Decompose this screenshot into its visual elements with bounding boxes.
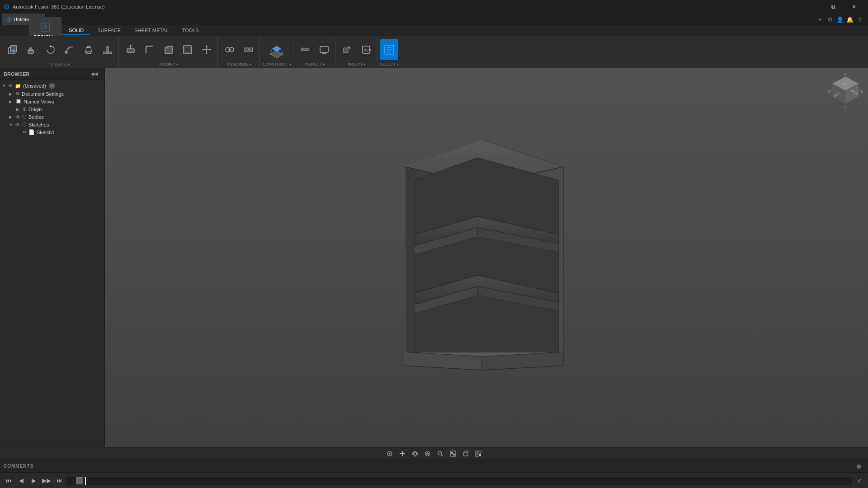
svg-marker-39: [272, 46, 281, 52]
joint-button[interactable]: [221, 39, 239, 60]
look-at-button[interactable]: [422, 448, 433, 459]
svg-rect-89: [402, 451, 403, 456]
select-button[interactable]: [380, 39, 398, 60]
svg-marker-28: [206, 45, 208, 47]
extrude-button[interactable]: [23, 39, 41, 60]
timeline-start-button[interactable]: ⏮: [4, 476, 14, 486]
timeline-fullscreen-button[interactable]: ⤢: [854, 476, 864, 486]
inspect-label: INSPECT ▾: [304, 62, 325, 66]
wireframe-button[interactable]: [460, 448, 471, 459]
insert-buttons: SVG: [338, 38, 375, 61]
tree-arrow-sketches: ▼: [9, 122, 14, 127]
timeline-end-button[interactable]: ⏭: [54, 476, 64, 486]
tree-icon-sketch1-pencil: ✏: [23, 129, 27, 135]
tree-arrow-named-views: ▶: [9, 99, 14, 104]
press-pull-button[interactable]: [122, 39, 140, 60]
rigid-group-button[interactable]: [240, 39, 258, 60]
sweep-button[interactable]: [61, 39, 79, 60]
svg-rect-104: [476, 451, 478, 453]
browser-header: BROWSER ◀◀: [0, 68, 104, 80]
chamfer-button[interactable]: [160, 39, 178, 60]
tree-item-origin[interactable]: ▶ ⊕ Origin: [0, 105, 104, 113]
inspect-buttons: [296, 38, 333, 61]
toolbar-group-inspect: INSPECT ▾: [294, 37, 335, 67]
display-settings-button[interactable]: [315, 39, 333, 60]
new-component-button[interactable]: [4, 39, 22, 60]
tree-icon-bodies: ⬡: [22, 114, 27, 120]
orbit-button[interactable]: [410, 448, 420, 459]
tab-sheet-metal[interactable]: SHEET METAL: [128, 26, 175, 35]
tree-icon-sketch1: 📄: [28, 129, 35, 135]
new-tab-button[interactable]: +: [816, 15, 825, 24]
tab-solid[interactable]: SOLID: [62, 26, 90, 35]
loft-button[interactable]: [80, 39, 98, 60]
grid-settings-button[interactable]: [384, 448, 395, 459]
doc-tab-label: Untitled*: [6, 17, 33, 22]
svg-text:TOP: TOP: [842, 82, 849, 85]
close-button[interactable]: ✕: [844, 0, 864, 14]
notification-tab-button[interactable]: 🔔: [845, 15, 854, 24]
svg-rect-42: [301, 49, 309, 51]
timeline-track[interactable]: [67, 477, 852, 485]
timeline-next-button[interactable]: ▶▶: [42, 476, 52, 486]
browser-collapse-button[interactable]: ◀◀: [87, 67, 101, 81]
account-tab-button[interactable]: 👤: [835, 15, 844, 24]
toolbar-group-construct: CONSTRUCT ▾: [261, 37, 293, 67]
offset-plane-button[interactable]: [268, 39, 286, 60]
svg-point-91: [414, 451, 416, 456]
select-icon: [384, 44, 395, 55]
tree-icon-origin: ⊕: [23, 106, 27, 112]
joint-icon: [224, 44, 235, 55]
comments-bar: COMMENTS ⊕: [0, 460, 868, 472]
measure-button[interactable]: [296, 39, 314, 60]
display-mode-button[interactable]: [448, 448, 458, 459]
tree-item-sketches[interactable]: ▼ 👁 ⬡ Sketches: [0, 121, 104, 128]
timeline-play-button[interactable]: ▶: [29, 476, 39, 486]
rib-button[interactable]: [99, 39, 117, 60]
restore-button[interactable]: ⧉: [823, 0, 844, 14]
sweep-icon: [64, 44, 75, 55]
unsaved-badge[interactable]: ×: [49, 83, 55, 89]
create-buttons: [4, 38, 117, 61]
timeline-prev-button[interactable]: ◀: [16, 476, 26, 486]
help-tab-button[interactable]: ?: [855, 15, 864, 24]
svg-marker-63: [414, 158, 559, 352]
svg-marker-23: [165, 46, 172, 53]
fillet-button[interactable]: [141, 39, 159, 60]
tab-tools[interactable]: TOOLS: [176, 26, 205, 35]
shell-icon: [182, 44, 193, 55]
timeline-item-sketch[interactable]: [76, 477, 83, 484]
press-pull-icon: [125, 44, 136, 55]
zoom-icon: [437, 450, 443, 457]
view-cube[interactable]: TOP LEFT BACK S N W E: [827, 73, 863, 109]
insert-svg-button[interactable]: SVG: [357, 39, 375, 60]
tree-item-bodies[interactable]: ▶ 👁 ⬡ Bodies: [0, 113, 104, 121]
zoom-fit-button[interactable]: [435, 448, 446, 459]
toolbar-area: DESIGN ▾ SOLID SURFACE SHEET METAL TOOLS: [0, 25, 868, 68]
snap-settings-button[interactable]: [397, 448, 408, 459]
svg-text:SVG: SVG: [364, 48, 372, 52]
tab-surface[interactable]: SURFACE: [91, 26, 127, 35]
design-icon: [40, 22, 51, 33]
tree-item-root[interactable]: ▼ 👁 📁 (Unsaved) ×: [0, 82, 104, 90]
move-button[interactable]: [198, 39, 216, 60]
insert-mesh-button[interactable]: [338, 39, 356, 60]
viewport[interactable]: TOP LEFT BACK S N W E: [105, 68, 868, 447]
window-controls: — ⧉ ✕: [802, 0, 864, 14]
modify-label: MODIFY ▾: [160, 62, 178, 66]
toolbar-content: CREATE ▾: [0, 36, 868, 68]
tree-item-named-views[interactable]: ▶ 🔲 Named Views: [0, 98, 104, 105]
comments-add-button[interactable]: ⊕: [854, 461, 864, 472]
shell-button[interactable]: [179, 39, 197, 60]
tree-item-sketch1[interactable]: ▶ ✏ 📄 Sketch1: [0, 128, 104, 136]
visibility-settings-button[interactable]: [473, 448, 484, 459]
browser-title: BROWSER: [4, 71, 29, 77]
revolve-button[interactable]: [42, 39, 60, 60]
svg-rect-36: [249, 48, 253, 52]
settings-tab-button[interactable]: ⚙: [826, 15, 835, 24]
svg-point-94: [427, 453, 428, 454]
minimize-button[interactable]: —: [802, 0, 823, 14]
svg-point-87: [389, 453, 391, 455]
tree-item-doc-settings[interactable]: ▶ ⚙ Document Settings: [0, 90, 104, 98]
comments-section: COMMENTS: [4, 464, 854, 469]
